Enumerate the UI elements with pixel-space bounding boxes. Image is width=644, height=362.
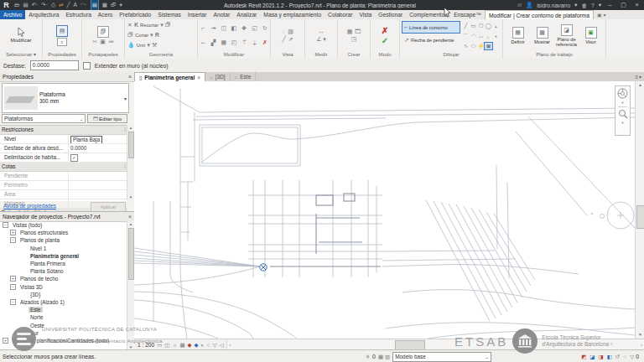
tree-item[interactable]: {3D} (0, 291, 127, 298)
delete-icon[interactable]: ✗ (262, 39, 267, 46)
scroll-up-icon[interactable]: ▲ (127, 125, 134, 131)
open-icon[interactable]: 🗁 (14, 0, 20, 10)
prop-row-desfase[interactable]: Desfase de altura desd... 0.0000 (0, 144, 127, 153)
ribbon-state-icon[interactable]: ▣ (597, 12, 602, 18)
steering-wheel-icon[interactable] (617, 88, 628, 99)
panel-label-medir[interactable]: Medir (305, 51, 337, 59)
prop-row-pendiente[interactable]: Pendiente (0, 172, 127, 181)
set-workplane-button[interactable]: ▦ Definir (506, 27, 530, 44)
properties-close-icon[interactable]: × (128, 74, 132, 80)
tree-item[interactable]: Norte (0, 313, 127, 321)
tab-estructura[interactable]: Estructura (62, 10, 94, 19)
text-icon[interactable]: A (73, 0, 76, 10)
sun-path-icon[interactable]: ☼ (172, 342, 177, 348)
modify-button[interactable]: Modificar (0, 19, 42, 51)
tab-prefabricado[interactable]: Prefabricado (116, 10, 154, 19)
category-filter-select[interactable]: Plataformas ⌄ (2, 114, 86, 123)
trim-icon[interactable]: ⌙ (200, 39, 205, 46)
create-assembly-icon[interactable]: ◳ (351, 36, 357, 43)
draw-tools-up-icon[interactable]: ▴ (495, 24, 496, 28)
type-selector[interactable]: Plataforma 300 mm ▾ (2, 83, 129, 113)
panel-label-modificar[interactable]: Modificar (198, 51, 270, 59)
offset-icon[interactable]: ⇥ (210, 25, 216, 32)
save-icon[interactable]: ▤ (23, 0, 29, 10)
unpin-icon[interactable]: ⍊ (252, 39, 256, 46)
draw-arc-start-end-icon[interactable]: ⌒ (463, 33, 469, 40)
design-options-select[interactable]: Modelo base ⌄ (392, 352, 491, 362)
tree-item[interactable]: −Vistas (todo) (0, 221, 127, 229)
redo-icon[interactable]: ↷· (41, 0, 48, 10)
panel-label-dibujar[interactable]: Dibujar (400, 51, 502, 59)
finish-edit-mode-icon[interactable]: ✓ (382, 36, 388, 45)
tree-item[interactable]: −Vistas 3D (0, 283, 127, 291)
panel-label-portapapeles[interactable]: Portapapeles (82, 51, 124, 59)
show-crop-icon[interactable]: ◆ (195, 342, 199, 349)
scroll-down-icon[interactable]: ▼ (127, 194, 134, 200)
project-browser-close-icon[interactable]: × (128, 214, 132, 220)
slope-arrow-option[interactable]: ↗ Flecha de pendiente (402, 34, 460, 46)
view-list-chevron-icon[interactable]: ▾ (639, 74, 641, 80)
draw-tools-down-icon[interactable]: ▾ (495, 34, 496, 39)
copy-icon[interactable]: ◱ (252, 25, 257, 32)
tree-item-active-view[interactable]: Planimetría general (0, 252, 127, 260)
prop-row-delimitacion[interactable]: Delimitación de habita... ✓ (0, 153, 127, 163)
ribbon-state-chevron-icon[interactable]: ▾ (604, 12, 606, 18)
prop-row-nivel[interactable]: Nivel Planta Baja (0, 135, 127, 144)
background-processes-icon[interactable]: ○ (621, 350, 628, 362)
properties-help-link[interactable]: Ayuda de propiedades (3, 203, 56, 209)
tree-item[interactable]: Planta Sótano (0, 267, 127, 275)
edit-type-button[interactable]: 🗔 Editar tipo (87, 114, 127, 123)
draw-rectangle-icon[interactable]: ▭ (470, 23, 475, 29)
scroll-up-icon[interactable]: ▲ (636, 81, 644, 89)
panel-label-crear[interactable]: Crear (338, 51, 370, 59)
tab-enscape[interactable]: Enscape™ (450, 10, 485, 19)
worksets-dialog-icon[interactable]: ▦ (378, 350, 385, 362)
scroll-thumb[interactable] (636, 205, 644, 229)
select-elements-by-face-icon[interactable]: ◧ (605, 350, 614, 362)
draw-arc-tangent-icon[interactable]: ⌓ (479, 33, 483, 39)
tab-gestionar[interactable]: Gestionar (375, 10, 406, 19)
show-workplane-button[interactable]: ▩ Mostrar (530, 27, 554, 44)
type-selector-chevron-icon[interactable]: ▾ (124, 96, 128, 101)
draw-arc-center-icon[interactable]: ◠ (471, 33, 476, 39)
tree-item[interactable]: Nivel 1 (0, 245, 127, 252)
paste-icon[interactable]: 🗐 (97, 26, 109, 38)
scale-button[interactable]: 1 : 200 (138, 342, 154, 348)
tab-masa-y-emplazamiento[interactable]: Masa y emplazamiento (260, 10, 325, 19)
pin-icon[interactable]: ⍑ (242, 39, 246, 46)
cut-clipboard-icon[interactable]: ✂ (92, 39, 97, 45)
tree-item[interactable]: +Planos estructurales (0, 229, 127, 236)
draw-line-icon[interactable]: ╱ (465, 23, 468, 29)
scroll-right-icon[interactable]: › (641, 339, 642, 349)
app-store-icon[interactable]: 🗑 (581, 3, 587, 8)
nivel-value-input[interactable]: Planta Baja (70, 136, 102, 143)
tree-item-selected[interactable]: Este (0, 306, 127, 313)
pick-walls-icon[interactable]: ▣ (484, 42, 493, 50)
geometry-row-unir[interactable]: 💧 Unir ▾ ⚒ (125, 40, 197, 50)
select-links-icon[interactable]: ◩ (579, 350, 588, 362)
workplane-viewer-button[interactable]: ▣ Visor (579, 27, 603, 44)
panel-label-propiedades[interactable]: Propiedades (43, 51, 81, 59)
create-group-icon[interactable]: ▦ (347, 28, 353, 35)
tree-item[interactable]: Planta Primera (0, 260, 127, 267)
expander-icon[interactable]: + (10, 230, 16, 235)
minimize-button[interactable]: – (605, 0, 615, 10)
select-underlay-elements-icon[interactable]: ◪ (588, 350, 596, 362)
tab-arquitectura[interactable]: Arquitectura (25, 10, 62, 19)
offset-input[interactable]: 0.0000 (30, 60, 79, 70)
tree-item[interactable]: −Planos de planta (0, 236, 127, 244)
reveal-hidden-icon[interactable]: ○ (207, 342, 210, 348)
copy-clipboard-icon[interactable]: ▣ (100, 39, 106, 45)
rotate-icon[interactable]: ↻ (262, 25, 267, 32)
room-bounding-checkbox[interactable]: ✓ (70, 154, 78, 162)
panel-label-modo[interactable]: Modo (371, 51, 399, 59)
temporary-hide-icon[interactable]: ◐ (201, 342, 205, 348)
scroll-thumb[interactable] (128, 228, 134, 280)
scroll-left-icon[interactable]: ‹ (229, 339, 231, 349)
match-properties-icon[interactable]: ≔ (108, 39, 114, 45)
filter-icon[interactable]: ▽ (628, 350, 636, 362)
user-menu-chevron-icon[interactable]: ▾ (574, 2, 577, 8)
expander-icon[interactable]: + (3, 338, 8, 344)
draw-ellipse-icon[interactable]: ⬭ (471, 43, 476, 49)
scroll-down-icon[interactable]: ▼ (636, 331, 644, 339)
